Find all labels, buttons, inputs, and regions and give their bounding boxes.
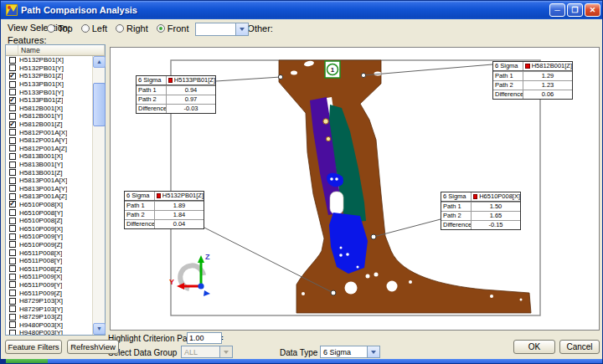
feature-row[interactable]: H6510P009[Z] [6,241,92,249]
cancel-button[interactable]: Cancel [559,340,600,354]
feature-row[interactable]: H9480P003[Y] [6,329,92,335]
feature-row[interactable]: H6511P009[X] [6,273,92,281]
restore-button[interactable]: ❐ [567,3,583,17]
feature-checkbox[interactable] [9,258,16,264]
feature-row[interactable]: H9480P003[X] [6,321,92,330]
feature-row[interactable]: H6510P008[Y] [6,208,92,217]
feature-row[interactable]: H5132PB01[Y] [6,64,92,73]
feature-checkbox[interactable] [9,129,16,136]
feature-row[interactable]: H5812P001A[Y] [6,136,92,145]
feature-row[interactable]: H8729P103[X] [6,297,92,305]
feature-row[interactable]: H5813P001A[X] [6,177,92,185]
feature-row[interactable]: H8729P103[Z] [6,313,92,321]
view-radio-left[interactable]: Left [81,23,107,33]
view-radio-front[interactable]: Front [157,23,189,33]
feature-row[interactable]: H5812B001[Z] [6,120,92,129]
feature-checkbox[interactable] [9,161,16,168]
radio-icon[interactable] [47,24,55,33]
feature-row[interactable]: H5813B001[X] [6,152,92,161]
feature-checkbox[interactable] [9,177,16,184]
chevron-down-icon[interactable] [367,346,379,357]
taskbar[interactable] [1,359,603,364]
list-scrollbar[interactable]: ▲ ▼ [92,56,105,335]
callout-h5133pb01z[interactable]: 6 Sigma H5133PB01[Z] Path 10.94 Path 20.… [136,75,216,114]
feature-checkbox[interactable] [9,305,16,312]
feature-row[interactable]: H6511P009[Y] [6,281,92,290]
chevron-down-icon[interactable] [235,23,248,35]
model-viewport[interactable]: 1 [110,47,600,331]
feature-row[interactable]: H6511P008[Y] [6,257,92,265]
feature-row[interactable]: H5813B001[Y] [6,161,92,169]
title-bar[interactable]: Path Comparison Analysis ─ ❐ ✕ [1,1,603,19]
view-radio-right[interactable]: Right [116,23,148,33]
feature-row[interactable]: H5812B001[Y] [6,112,92,120]
radio-icon[interactable] [116,24,124,33]
feature-checkbox[interactable] [9,137,16,144]
feature-checkbox[interactable] [9,153,16,160]
feature-row[interactable]: H6510P009[Y] [6,233,92,241]
feature-row[interactable]: H5812B001[X] [6,105,92,113]
feature-row[interactable]: H6511P009[Z] [6,289,92,297]
feature-checkbox[interactable] [9,233,16,240]
feature-checkbox[interactable] [9,265,16,272]
feature-checkbox[interactable] [9,298,16,305]
feature-checkbox[interactable] [9,185,16,192]
callout-h5812b001z[interactable]: 6 Sigma H5812B001[Z] Path 11.29 Path 21.… [492,61,573,100]
checkbox-column-header[interactable] [6,45,18,56]
scroll-down-icon[interactable]: ▼ [93,323,106,335]
feature-checkbox[interactable] [9,57,16,64]
feature-row[interactable]: H5133PB01[Y] [6,88,92,96]
feature-checkbox[interactable] [9,73,16,79]
scroll-up-icon[interactable]: ▲ [93,56,106,68]
feature-checkbox[interactable] [9,241,16,248]
feature-checkbox[interactable] [9,169,16,176]
data-group-select[interactable]: ALL [181,346,233,358]
feature-checkbox[interactable] [9,281,16,288]
ok-button[interactable]: OK [513,340,555,354]
feature-checkbox[interactable] [9,145,16,151]
feature-row[interactable]: H5813P001A[Z] [6,192,92,201]
feature-row[interactable]: H5813B001[Z] [6,168,92,177]
feature-row[interactable]: H6511P008[X] [6,249,92,257]
feature-row[interactable]: H5812P001A[Z] [6,145,92,153]
scrollbar-thumb[interactable] [93,83,106,126]
feature-row[interactable]: H6510P009[X] [6,224,92,233]
feature-checkbox[interactable] [9,105,16,111]
feature-row[interactable]: H6510P008[Z] [6,217,92,225]
feature-row[interactable]: H6510P008[X] [6,201,92,209]
feature-row[interactable]: H8729P103[Y] [6,305,92,313]
radio-icon[interactable] [157,24,165,33]
feature-row[interactable]: H5132PB01[X] [6,56,92,64]
feature-checkbox[interactable] [9,290,16,296]
minimize-button[interactable]: ─ [549,3,565,17]
feature-checkbox[interactable] [9,330,16,335]
feature-row[interactable]: H5813P001A[Y] [6,185,92,193]
feature-checkbox[interactable] [9,81,16,88]
feature-checkbox[interactable] [9,274,16,280]
view-radio-top[interactable]: Top [47,23,73,33]
feature-checkbox[interactable] [9,225,16,232]
feature-checkbox[interactable] [9,201,16,208]
feature-row[interactable]: H5132PB01[Z] [6,72,92,80]
feature-checkbox[interactable] [9,314,16,320]
callout-h6510p008x[interactable]: 6 Sigma H6510P008[X] Path 11.50 Path 21.… [441,192,521,230]
feature-filters-button[interactable]: Feature Filters [5,340,62,354]
feature-row[interactable]: H6511P008[Z] [6,264,92,273]
close-button[interactable]: ✕ [585,3,600,17]
feature-checkbox[interactable] [9,209,16,216]
callout-h5132pb01z[interactable]: 6 Sigma H5132PB01[Z] Path 11.89 Path 21.… [124,191,204,229]
feature-checkbox[interactable] [9,218,16,224]
feature-checkbox[interactable] [9,121,16,128]
feature-row[interactable]: H5133PB01[Z] [6,96,92,105]
highlight-threshold-input[interactable] [187,332,222,344]
radio-icon[interactable] [81,24,90,33]
feature-checkbox[interactable] [9,97,16,104]
start-button[interactable] [6,359,48,364]
name-column-header[interactable]: Name [18,45,105,56]
feature-row[interactable]: H5133PB01[X] [6,80,92,89]
feature-checkbox[interactable] [9,249,16,256]
feature-row[interactable]: H5812P001A[X] [6,128,92,136]
refresh-view-button[interactable]: RefreshView [67,340,119,354]
feature-checkbox[interactable] [9,321,16,328]
data-type-select[interactable]: 6 Sigma [320,346,380,358]
